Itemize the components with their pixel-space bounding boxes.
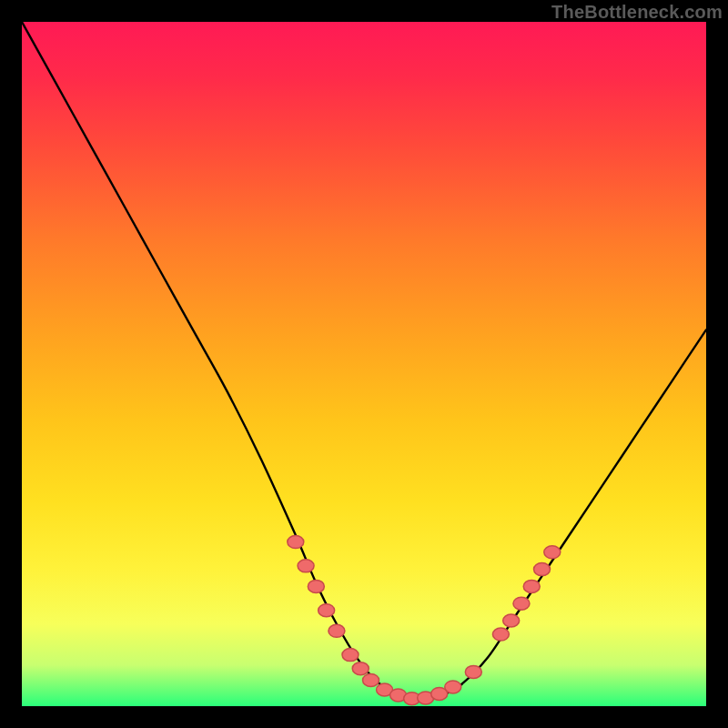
plot-area bbox=[22, 22, 706, 706]
data-marker bbox=[544, 546, 561, 559]
data-marker bbox=[523, 580, 540, 592]
data-marker bbox=[342, 649, 359, 662]
data-marker bbox=[445, 681, 461, 693]
data-marker bbox=[492, 628, 509, 641]
data-marker bbox=[363, 673, 379, 686]
data-marker bbox=[465, 665, 481, 678]
data-marker bbox=[308, 580, 324, 592]
marker-layer bbox=[288, 536, 561, 705]
data-marker bbox=[298, 560, 314, 572]
chart-svg bbox=[22, 22, 706, 706]
data-marker bbox=[352, 662, 369, 675]
data-marker bbox=[288, 536, 304, 549]
bottleneck-curve bbox=[22, 22, 706, 700]
data-marker bbox=[318, 604, 335, 617]
chart-stage: TheBottleneck.com bbox=[0, 0, 728, 728]
data-marker bbox=[329, 624, 345, 637]
data-marker bbox=[534, 563, 551, 576]
attribution-text: TheBottleneck.com bbox=[551, 2, 723, 23]
data-marker bbox=[513, 597, 530, 610]
data-marker bbox=[503, 614, 520, 627]
